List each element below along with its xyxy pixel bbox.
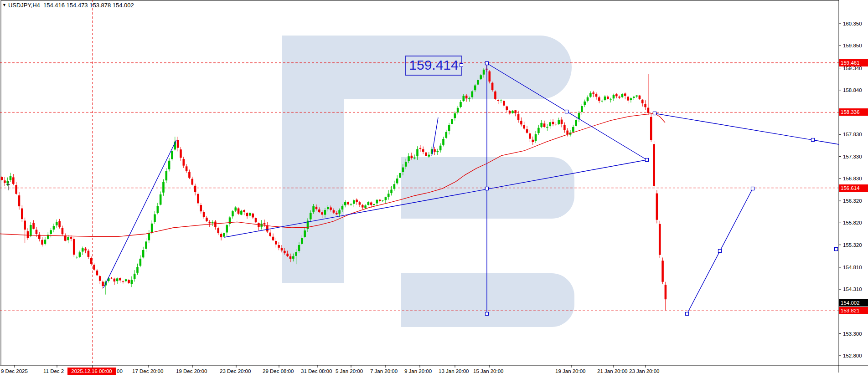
candles: [1, 64, 667, 311]
price-label: 155.320: [843, 241, 862, 249]
price-label: 154.810: [843, 264, 862, 271]
time-label: 23 Jan 20:00: [629, 368, 660, 374]
selected-time-box: 2025.12.16 00:00: [67, 368, 116, 375]
vertical-measure-line-handle[interactable]: [486, 187, 489, 190]
time-label: 7 Jan 20:00: [370, 368, 398, 374]
time-label: 15 Jan 20:00: [473, 368, 504, 374]
trendline-right-channel-handle[interactable]: [653, 112, 656, 115]
symbol-dropdown-icon[interactable]: ▼: [2, 3, 6, 7]
price-label: 157.330: [843, 153, 862, 160]
time-label: 19 Jan 20:00: [555, 368, 586, 374]
time-label: 21 Jan 20:00: [597, 368, 628, 374]
price-text-annotation[interactable]: 159.414: [405, 56, 462, 76]
time-label: 31 Dec 08:00: [301, 368, 332, 374]
time-label: 19 Dec 20:00: [176, 368, 207, 374]
price-label: 154.310: [843, 286, 862, 293]
ohlc-values: 154.416 154.473 153.878 154.002: [43, 2, 134, 9]
trendline-projection-up-handle[interactable]: [718, 250, 722, 253]
time-label: 13 Jan 20:00: [439, 368, 469, 374]
time-label: 17 Dec 20:00: [132, 368, 163, 374]
symbol-period-label: USDJPY,H4: [8, 2, 40, 9]
current-price-box: 154.002: [839, 299, 868, 306]
chart-header: ▼USDJPY,H4 154.416 154.473 153.878 154.0…: [2, 2, 134, 9]
time-label: 5 Jan 20:00: [336, 368, 363, 374]
time-label: 9 Jan 20:00: [404, 368, 432, 374]
time-label: 11 Dec 2: [43, 368, 64, 374]
trendline-right-channel-handle[interactable]: [811, 138, 815, 142]
line-price-box: 158.336: [839, 108, 868, 116]
trendline-projection-up-handle[interactable]: [686, 312, 689, 316]
price-label: 155.820: [843, 219, 862, 226]
time-label: 00: [117, 368, 123, 374]
price-label: 160.350: [843, 20, 862, 27]
trendline-descending-resistance-handle[interactable]: [646, 158, 649, 162]
trendline-projection-up-handle[interactable]: [751, 187, 754, 190]
vertical-measure-line-handle[interactable]: [486, 62, 489, 65]
time-label: 29 Dec 08:00: [263, 368, 294, 374]
time-label: 9 Dec 2025: [1, 368, 28, 374]
trendline-rising-support[interactable]: [224, 160, 647, 237]
price-label: 158.840: [843, 87, 862, 94]
trendline-descending-resistance-handle[interactable]: [565, 110, 568, 113]
mt-chart-window: ▼USDJPY,H4 154.416 154.473 153.878 154.0…: [0, 0, 868, 378]
price-label: 156.320: [843, 197, 862, 204]
time-label: 23 Dec 20:00: [220, 368, 251, 374]
price-label: 157.830: [843, 131, 862, 138]
line-price-box: 153.821: [839, 307, 868, 314]
price-label: 153.300: [843, 330, 862, 337]
line-price-box: 159.461: [839, 59, 868, 66]
price-label: 156.830: [843, 175, 862, 182]
annotation-handle[interactable]: [460, 63, 463, 67]
line-price-box: 156.614: [839, 184, 868, 192]
vertical-measure-line-handle[interactable]: [486, 312, 489, 316]
lone-object-handle[interactable]: [835, 248, 838, 251]
trend-drawings[interactable]: [103, 62, 839, 316]
price-label: 159.850: [843, 42, 862, 49]
horizontal-line-objects[interactable]: [0, 0, 839, 365]
price-label: 152.800: [843, 352, 862, 359]
